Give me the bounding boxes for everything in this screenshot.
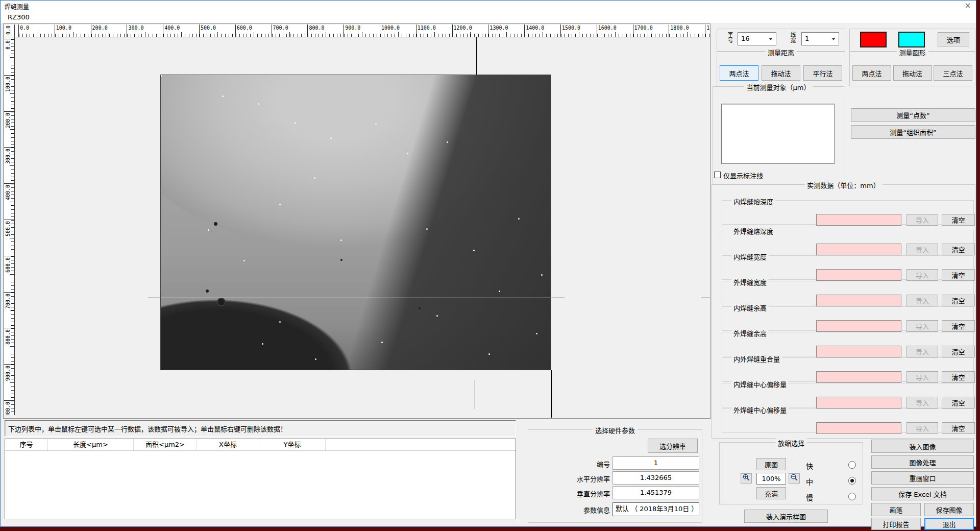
- distance-method-button[interactable]: 两点法: [720, 65, 758, 81]
- measured-value-input[interactable]: [816, 214, 901, 226]
- measured-value-input[interactable]: [816, 320, 901, 332]
- weld-specimen-image[interactable]: [160, 75, 551, 370]
- menu-item-rz300[interactable]: RZ300: [6, 13, 32, 21]
- redraw-window-button[interactable]: 重画窗口: [871, 471, 974, 485]
- measured-value-input[interactable]: [816, 422, 901, 434]
- line-width-value: 1: [805, 35, 809, 42]
- import-button[interactable]: 导入: [906, 244, 938, 255]
- h-ruler-tick: 300.0: [127, 25, 163, 37]
- window-title: 焊缝测量: [5, 2, 29, 11]
- circle-method-button[interactable]: 三点法: [934, 65, 972, 81]
- speed-option-label: 快: [806, 461, 813, 471]
- table-column-header[interactable]: 序号: [5, 439, 48, 450]
- table-column-header[interactable]: 面积<μm2>: [134, 439, 197, 450]
- measured-value-input[interactable]: [816, 244, 901, 255]
- import-button[interactable]: 导入: [906, 371, 938, 383]
- speed-radio[interactable]: [848, 493, 856, 500]
- import-button[interactable]: 导入: [906, 346, 938, 357]
- measured-value-input[interactable]: [816, 371, 901, 383]
- hardware-row-value[interactable]: 1.432665: [612, 471, 699, 485]
- table-header: 序号 长度<μm> 面积<μm2> X坐标 Y坐标: [5, 439, 516, 451]
- image-process-button[interactable]: 图像处理: [871, 455, 974, 469]
- fill-color-swatch[interactable]: [898, 32, 925, 47]
- h-ruler-tick: 900.0: [344, 25, 380, 37]
- import-button[interactable]: 导入: [906, 397, 938, 408]
- hardware-params-group: 选择硬件参数 选分辨率 编号 1 水平分辨率 1.432665 垂直分辨率 1.…: [528, 429, 702, 523]
- save-excel-button[interactable]: 保存 Excel 文档: [871, 487, 974, 500]
- import-button[interactable]: 导入: [906, 422, 938, 434]
- app-window: 焊缝测量 × RZ300 0.0 0.0 100.0 200.0 300.0: [0, 0, 976, 527]
- current-object-listbox[interactable]: [721, 104, 835, 164]
- save-image-button[interactable]: 保存图像: [924, 503, 974, 516]
- line-color-swatch[interactable]: [860, 32, 887, 47]
- import-button[interactable]: 导入: [906, 320, 938, 332]
- speed-radio[interactable]: [848, 477, 856, 485]
- measure-points-button[interactable]: 测量“点数”: [851, 108, 975, 122]
- exit-button[interactable]: 退出: [924, 518, 974, 530]
- clear-button[interactable]: 清空: [942, 397, 975, 408]
- measured-value-input[interactable]: [816, 295, 901, 306]
- h-ruler-tick: 200.0: [91, 25, 127, 37]
- options-button[interactable]: 选项: [938, 32, 969, 46]
- v-ruler-tick: 1000.0: [4, 400, 14, 415]
- measured-field-label: 内焊缝熔深度: [731, 197, 775, 206]
- font-size-select[interactable]: 16: [738, 32, 776, 45]
- distance-method-button[interactable]: 平行法: [803, 65, 842, 81]
- clear-button[interactable]: 清空: [942, 371, 975, 383]
- hardware-row-value[interactable]: 默认 （ 2018年3月10日 ）: [612, 502, 699, 516]
- h-ruler-tick: 800.0: [307, 25, 344, 37]
- measurement-crosshair-top: [476, 37, 477, 75]
- hardware-row-value[interactable]: 1.451379: [612, 486, 699, 499]
- v-ruler-tick: 700.0: [4, 292, 14, 328]
- clear-button[interactable]: 清空: [942, 346, 975, 357]
- measured-field-label: 外焊缝中心偏移量: [731, 405, 789, 415]
- show-annotation-lines-checkbox[interactable]: [714, 172, 721, 178]
- import-button[interactable]: 导入: [906, 214, 938, 226]
- choose-resolution-button[interactable]: 选分辨率: [648, 439, 698, 453]
- measurement-crosshair-bottom: [475, 380, 475, 409]
- clear-button[interactable]: 清空: [942, 295, 975, 306]
- clear-button[interactable]: 清空: [942, 320, 975, 332]
- speed-radio[interactable]: [848, 461, 856, 469]
- measure-circle-title: 测量圆形: [896, 47, 928, 57]
- import-button[interactable]: 导入: [906, 269, 938, 281]
- title-bar: 焊缝测量 ×: [1, 1, 976, 12]
- measured-value-input[interactable]: [816, 346, 901, 357]
- speed-option-row: 快: [720, 461, 863, 470]
- measure-area-button[interactable]: 测量“组织面积”: [851, 125, 975, 139]
- speed-option-label: 中: [806, 476, 813, 487]
- results-table[interactable]: 序号 长度<μm> 面积<μm2> X坐标 Y坐标: [5, 439, 516, 519]
- h-ruler-tick: 1300.0: [488, 25, 524, 37]
- table-column-header[interactable]: X坐标: [197, 439, 259, 450]
- hardware-params-title: 选择硬件参数: [593, 425, 638, 435]
- pen-button[interactable]: 画笔: [871, 503, 921, 516]
- table-column-header[interactable]: Y坐标: [259, 439, 326, 450]
- hardware-row-value[interactable]: 1: [612, 456, 699, 470]
- h-ruler-tick: 1500.0: [560, 25, 597, 37]
- close-icon[interactable]: ×: [963, 1, 973, 10]
- chevron-down-icon: [831, 38, 836, 42]
- load-demo-button[interactable]: 装入演示样图: [744, 510, 828, 523]
- h-ruler-tick: 1600.0: [597, 25, 633, 37]
- measured-value-input[interactable]: [816, 397, 901, 408]
- clear-button[interactable]: 清空: [942, 422, 975, 434]
- h-ruler-tick: 400.0: [163, 25, 199, 37]
- measure-distance-group: 测量距离 两点法 拖动法 平行法: [717, 52, 845, 86]
- load-image-button[interactable]: 装入图像: [871, 440, 974, 453]
- circle-method-button[interactable]: 两点法: [852, 65, 891, 81]
- measured-value-input[interactable]: [816, 269, 901, 281]
- hint-bar: 下边列表中，单击鼠标左键可选中某一行数据，该数据可被导入；单击鼠标右键可删除该数…: [5, 420, 516, 437]
- import-button[interactable]: 导入: [906, 295, 938, 306]
- print-report-button[interactable]: 打印报告: [871, 518, 921, 530]
- clear-button[interactable]: 清空: [942, 214, 975, 226]
- h-ruler-tick: 1100.0: [416, 25, 452, 37]
- line-width-select[interactable]: 1: [801, 32, 839, 45]
- clear-button[interactable]: 清空: [942, 269, 975, 281]
- distance-method-button[interactable]: 拖动法: [762, 65, 800, 81]
- measure-circle-group: 测量圆形 两点法 拖动法 三点法: [849, 52, 975, 86]
- measured-field-label: 内焊缝宽度: [731, 252, 769, 261]
- table-column-header[interactable]: 长度<μm>: [48, 439, 134, 450]
- clear-button[interactable]: 清空: [942, 244, 975, 255]
- measured-data-group: 实测数据（单位：mm） 内焊缝熔深度 导入 清空 外焊缝熔深度 导入 清空: [712, 184, 975, 439]
- circle-method-button[interactable]: 拖动法: [893, 65, 932, 81]
